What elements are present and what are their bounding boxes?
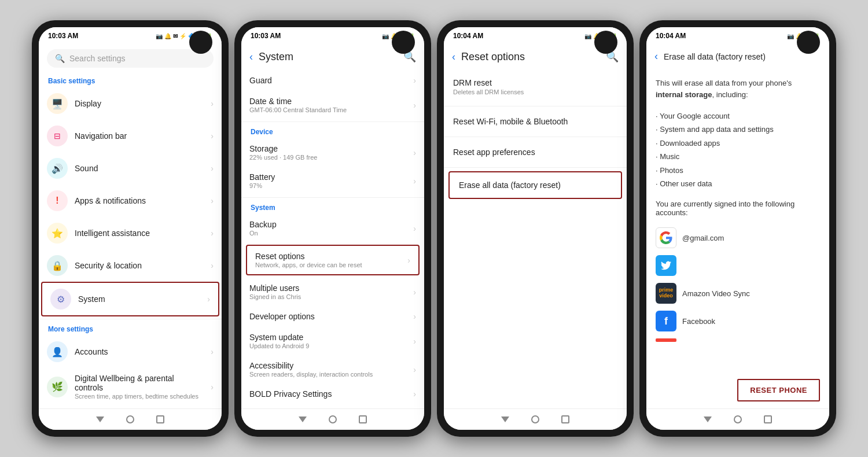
reset-phone-button[interactable]: RESET PHONE [737,379,820,401]
amazon-logo: primevideo [656,283,676,304]
system-item-storage[interactable]: Storage 22% used · 149 GB free › [241,138,424,167]
system-item-battery[interactable]: Battery 97% › [241,167,424,195]
settings-item-nav-bar[interactable]: ⊟ Navigation bar › [39,120,222,152]
accounts-intro: You are currently signed into the follow… [656,200,820,217]
search-icon: 🔍 [55,54,65,63]
recents-btn-3[interactable] [560,414,571,425]
recents-btn-4[interactable] [762,414,774,425]
settings-item-intelligent[interactable]: ⭐ Intelligent assistance › [39,217,222,249]
time-1: 10:03 AM [48,32,78,40]
settings-item-sound[interactable]: 🔊 Sound › [39,152,222,185]
amazon-account-name: Amazon Video Sync [682,289,750,298]
camera-notch-3 [594,31,617,54]
phone-3-content: ‹ Reset options 🔍 DRM reset Deletes all … [444,43,627,408]
camera-notch [189,31,212,54]
system-item-accessibility[interactable]: Accessibility Screen readers, display, i… [241,355,424,384]
chevron-dev: › [413,312,416,321]
chevron-backup: › [413,224,416,233]
search-bar[interactable]: 🔍 Search settings [47,49,214,68]
bullet-list: · Your Google account · System and app d… [656,109,820,190]
reset-wifi[interactable]: Reset Wi-Fi, mobile & Bluetooth [444,109,627,134]
chevron-sound: › [211,164,214,173]
chevron-storage: › [413,148,416,157]
back-arrow-2[interactable]: ‹ [249,51,253,63]
reset-btn-container: RESET PHONE [646,372,829,408]
settings-item-system[interactable]: ⚙ System › [41,282,219,316]
divider-system [241,197,424,198]
erase-title: Erase all data (factory reset) [664,52,821,61]
google-account-name: @gmail.com [682,234,724,242]
back-btn-3[interactable] [499,414,511,425]
chevron-datetime: › [413,101,416,110]
time-2: 10:03 AM [251,32,281,40]
settings-item-apps[interactable]: ! Apps & notifications › [39,185,222,217]
google-logo [656,227,676,248]
account-twitter [656,252,820,279]
camera-notch-4 [797,31,820,54]
phone-4-content: ‹ Erase all data (factory reset) This wi… [646,43,829,408]
system-item-users[interactable]: Multiple users Signed in as Chris › [241,278,424,306]
erase-all[interactable]: Erase all data (factory reset) [450,172,621,198]
divider-device [241,121,424,122]
facebook-logo: f [656,311,676,331]
chevron-reset: › [407,256,410,265]
chevron-bold: › [413,389,416,399]
system-item-reset[interactable]: Reset options Network, apps, or device c… [247,246,418,274]
back-btn-1[interactable] [94,414,106,425]
chevron-intelligent: › [211,228,214,238]
system-scroll[interactable]: Guard › Date & time GMT-06:00 Central St… [241,70,424,408]
nav-bar-icon: ⊟ [47,126,68,146]
home-btn-4[interactable] [732,414,744,425]
system-item-dev[interactable]: Developer options › [241,306,424,327]
phone-2-screen: 10:03 AM 📷🔔📶🔋 ‹ System 🔍 Guard › [241,27,424,430]
chevron-system: › [207,294,210,304]
recents-btn-2[interactable] [357,414,369,425]
phone-4-screen: 10:04 AM 📷🔔📶🔋 ‹ Erase all data (factory … [646,27,829,430]
chevron-display: › [211,99,214,108]
time-4: 10:04 AM [656,32,686,40]
divider-drm [444,106,627,106]
time-3: 10:04 AM [453,32,483,40]
nav-bar-3 [444,408,627,430]
recents-btn-1[interactable] [155,414,166,425]
chevron-accessibility: › [413,365,416,374]
chevron-update: › [413,337,416,346]
chevron-nav-bar: › [211,131,214,141]
settings-item-accounts[interactable]: 👤 Accounts › [39,336,222,368]
phone-2: 10:03 AM 📷🔔📶🔋 ‹ System 🔍 Guard › [234,20,431,437]
system-item-bold[interactable]: BOLD Privacy Settings › [241,384,424,404]
system-item-guard[interactable]: Guard › [241,70,424,91]
basic-settings-label: Basic settings [39,73,222,87]
chevron-apps: › [211,196,214,205]
system-item-reset-highlighted[interactable]: Reset options Network, apps, or device c… [246,245,420,275]
phone-1-screen: 10:03 AM 📷 🔔 ✉ ⚡ 🔷 📶 🔋 🔍 Search settings [39,27,222,430]
back-btn-2[interactable] [297,414,308,425]
back-arrow-3[interactable]: ‹ [452,51,455,63]
system-item-backup[interactable]: Backup On › [241,214,424,242]
erase-scroll[interactable]: This will erase all data from your phone… [646,69,829,372]
home-btn-2[interactable] [327,414,339,425]
reset-drm[interactable]: DRM reset Deletes all DRM licenses [444,70,627,104]
settings-item-google[interactable]: G Google › [39,406,222,408]
system-icon: ⚙ [50,289,71,309]
chevron-digital: › [211,382,214,392]
home-btn-3[interactable] [529,414,541,425]
back-btn-4[interactable] [702,414,713,425]
erase-all-highlighted[interactable]: Erase all data (factory reset) [448,171,622,199]
device-label: Device [241,124,424,138]
accounts-icon: 👤 [47,341,68,362]
system-item-datetime[interactable]: Date & time GMT-06:00 Central Standard T… [241,91,424,119]
divider-app-prefs [444,167,627,168]
back-arrow-4[interactable]: ‹ [654,50,658,62]
nav-bar-4 [646,408,829,430]
home-btn-1[interactable] [124,414,136,425]
reset-scroll[interactable]: DRM reset Deletes all DRM licenses Reset… [444,70,627,408]
reset-app-prefs[interactable]: Reset app preferences [444,139,627,165]
chevron-battery: › [413,176,416,186]
apps-icon: ! [47,190,68,211]
settings-item-display[interactable]: 🖥️ Display › [39,87,222,120]
settings-item-digital[interactable]: 🌿 Digital Wellbeing & parental controls … [39,368,222,406]
settings-scroll[interactable]: Basic settings 🖥️ Display › ⊟ Navigation… [39,73,222,408]
settings-item-security[interactable]: 🔒 Security & location › [39,249,222,282]
system-item-update[interactable]: System update Updated to Android 9 › [241,327,424,355]
